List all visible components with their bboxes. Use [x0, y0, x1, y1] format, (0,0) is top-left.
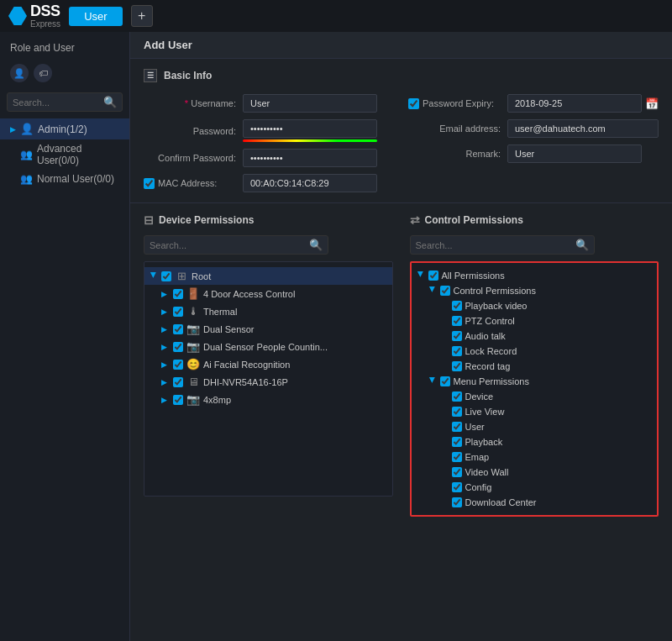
tree-checkbox[interactable]	[173, 395, 183, 405]
tree-label: Config	[465, 482, 492, 492]
calendar-icon[interactable]: 📅	[645, 97, 659, 110]
control-search-icon[interactable]: 🔍	[575, 239, 589, 251]
sidebar-item-admin[interactable]: ▶ 👤 Admin(1/2)	[0, 118, 129, 139]
sidebar-user-icons: 👤 🏷	[0, 60, 129, 89]
tree-checkbox[interactable]	[452, 316, 462, 326]
tree-label: Download Center	[465, 497, 537, 507]
tree-checkbox[interactable]	[452, 482, 462, 492]
control-search-box: 🔍	[410, 235, 595, 255]
sidebar-title: Role and User	[0, 39, 129, 60]
tree-row[interactable]: ▶ Control Permissions	[423, 283, 658, 298]
tree-row[interactable]: Device	[435, 389, 658, 404]
confirm-password-input[interactable]	[243, 149, 377, 167]
tree-label: Ai Facial Recognition	[203, 360, 290, 370]
remark-input[interactable]	[507, 144, 642, 163]
device-search-input[interactable]	[150, 240, 309, 250]
username-input[interactable]	[243, 94, 377, 113]
tree-checkbox[interactable]	[440, 286, 450, 296]
tree-row[interactable]: ▶ 📷 Dual Sensor People Countin...	[156, 338, 392, 355]
tree-label: Live View	[465, 407, 505, 417]
tree-row[interactable]: ▶ Menu Permissions	[423, 374, 658, 389]
tree-row[interactable]: ▶ 🚪 4 Door Access Control	[156, 285, 392, 302]
tree-checkbox[interactable]	[452, 346, 462, 356]
tree-checkbox[interactable]	[452, 437, 462, 447]
tree-checkbox[interactable]	[452, 452, 462, 462]
tree-checkbox[interactable]	[173, 377, 183, 387]
tree-checkbox[interactable]	[452, 391, 462, 402]
tree-checkbox[interactable]	[452, 331, 462, 341]
tree-checkbox[interactable]	[452, 497, 462, 507]
tree-checkbox[interactable]	[452, 467, 462, 477]
confirm-password-label: Confirm Password:	[144, 153, 236, 163]
tree-row[interactable]: ▶ 🖥 DHI-NVR54A16-16P	[156, 373, 392, 391]
basic-info-title: ☰ Basic Info	[144, 69, 659, 82]
username-row: * Username:	[144, 94, 391, 113]
password-expiry-checkbox[interactable]	[408, 98, 419, 109]
email-input[interactable]	[507, 119, 659, 138]
mac-checkbox[interactable]	[144, 178, 155, 189]
tree-row[interactable]: Playback	[435, 434, 658, 449]
tree-checkbox[interactable]	[161, 271, 171, 281]
tree-checkbox[interactable]	[452, 301, 462, 311]
mac-checkbox-label: MAC Address:	[144, 178, 236, 189]
tree-checkbox[interactable]	[452, 407, 462, 417]
sidebar-search-icon[interactable]: 🔍	[103, 96, 117, 108]
tree-checkbox[interactable]	[452, 361, 462, 371]
expand-arrow-admin: ▶	[10, 125, 16, 134]
tree-row[interactable]: Download Center	[435, 495, 658, 510]
tree-checkbox[interactable]	[173, 324, 183, 334]
tree-label: PTZ Control	[465, 316, 515, 326]
tree-row[interactable]: ▶ All Permissions	[412, 268, 658, 283]
mac-input[interactable]	[243, 174, 377, 192]
tree-row[interactable]: Video Wall	[435, 465, 658, 480]
tree-checkbox[interactable]	[173, 342, 183, 352]
tree-checkbox[interactable]	[173, 307, 183, 317]
normal-user-icon: 👥	[20, 173, 33, 185]
tree-expand-arrow: ▶	[161, 290, 170, 298]
tree-row[interactable]: ▶ ⊞ Root	[144, 267, 392, 285]
tree-row[interactable]: Playback video	[435, 298, 658, 313]
tree-row[interactable]: Config	[435, 480, 658, 495]
tree-checkbox[interactable]	[173, 360, 183, 370]
tree-label: Lock Record	[465, 346, 517, 356]
device-permissions-title: ⊟ Device Permissions	[144, 213, 393, 227]
top-bar: DSS Express User +	[0, 0, 672, 32]
tree-node-icon: 🖥	[186, 376, 200, 388]
password-strength-bar	[243, 139, 377, 142]
tree-row[interactable]: Live View	[435, 404, 658, 419]
tree-expand-arrow: ▶	[417, 271, 425, 280]
tree-row[interactable]: ▶ 😊 Ai Facial Recognition	[156, 355, 392, 373]
tree-row[interactable]: ▶ 📷 4x8mp	[156, 391, 392, 408]
control-search-input[interactable]	[416, 240, 575, 250]
tree-row[interactable]: User	[435, 419, 658, 434]
tree-row[interactable]: ▶ 🌡 Thermal	[156, 302, 392, 320]
admin-icon: 👤	[20, 123, 34, 135]
user-tab[interactable]: User	[69, 7, 122, 26]
add-user-header: Add User	[130, 32, 672, 59]
mac-label: MAC Address:	[144, 178, 236, 189]
tree-row[interactable]: Emap	[435, 449, 658, 465]
tree-label: 4 Door Access Control	[203, 289, 295, 299]
tree-node-icon: 🌡	[186, 305, 200, 318]
password-input[interactable]	[243, 119, 377, 138]
add-tab-button[interactable]: +	[131, 5, 153, 27]
tree-checkbox[interactable]	[173, 289, 183, 299]
sidebar-item-normal-user[interactable]: 👥 Normal User(0/0)	[0, 170, 129, 188]
user-icon-1: 👤	[10, 64, 29, 82]
tree-row[interactable]: Lock Record	[435, 344, 658, 359]
password-expiry-row: Password Expiry: 📅	[408, 94, 659, 113]
tree-row[interactable]: Record tag	[435, 359, 658, 374]
logo-sub: Express	[30, 20, 60, 29]
device-search-icon[interactable]: 🔍	[309, 239, 323, 251]
tree-row[interactable]: PTZ Control	[435, 313, 658, 328]
sidebar-item-advanced-user[interactable]: 👥 Advanced User(0/0)	[0, 139, 129, 170]
tree-row[interactable]: Audio talk	[435, 328, 658, 344]
sidebar-search-input[interactable]	[13, 97, 103, 108]
password-expiry-input[interactable]	[507, 94, 642, 113]
tree-checkbox[interactable]	[440, 376, 450, 386]
tree-checkbox[interactable]	[452, 422, 462, 432]
tree-checkbox[interactable]	[428, 271, 438, 281]
advanced-user-label: Advanced User(0/0)	[37, 143, 123, 166]
basic-info-form: * Username: Password: Confirm Password:	[144, 94, 659, 192]
tree-row[interactable]: ▶ 📷 Dual Sensor	[156, 320, 392, 338]
